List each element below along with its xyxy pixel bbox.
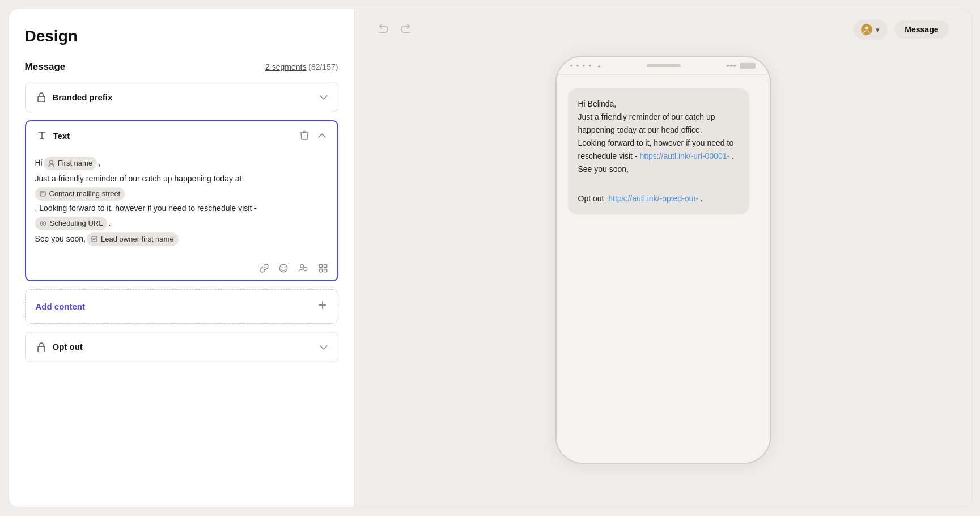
text-line-5: See you soon, Lead owner first name [35,232,328,246]
text-period: . [108,217,111,230]
svg-rect-11 [319,264,322,267]
sms-greeting: Hi Belinda, [578,98,739,111]
delete-button[interactable] [299,129,310,142]
text-line-3: Contact mailing street . Looking forward… [35,187,328,215]
phone-mockup: ● ● ● ● ▲ ▰▰▰ Hi Belinda, Just a friendl… [555,56,771,464]
text-block-actions [299,129,327,142]
persona-label: ▾ [876,26,880,34]
svg-point-9 [300,264,303,268]
segments-link[interactable]: 2 segments [265,62,306,71]
opt-out-header[interactable]: Opt out [26,332,338,362]
text-icon [36,130,48,141]
sms-spacer [578,176,739,183]
redo-button[interactable] [399,23,411,37]
text-block-card: Text Hi [25,120,338,281]
insert-emoji-button[interactable] [278,263,289,273]
branded-prefix-header[interactable]: Branded prefix [26,82,338,112]
opt-out-header-left: Opt out [36,341,83,353]
text-block-label: Text [53,131,70,141]
status-dots: ● ● ● ● ▲ [570,63,602,69]
insert-link-button[interactable] [259,263,269,273]
svg-point-7 [282,267,283,268]
branded-prefix-label: Branded prefix [53,92,113,102]
branded-prefix-header-left: Branded prefix [36,91,113,103]
message-tab-button[interactable]: Message [894,20,948,39]
status-center-bar [647,64,681,67]
svg-rect-12 [324,264,326,267]
text-comma: , [98,157,100,170]
opt-out-label: Opt out [53,342,83,352]
opt-out-lock-icon [36,341,47,353]
add-icon [317,300,328,313]
insert-variable-button[interactable] [298,263,309,273]
battery-icon [740,63,756,69]
svg-rect-13 [319,269,322,272]
sms-line2: Looking forward to it, however if you ne… [578,137,739,163]
phone-content: Hi Belinda, Just a friendly reminder of … [557,75,770,463]
token-lead-owner[interactable]: Lead owner first name [87,232,179,246]
svg-point-3 [40,221,45,226]
add-content-card[interactable]: Add content [25,289,338,324]
svg-rect-2 [40,191,45,196]
insert-dynamic-button[interactable] [318,263,328,273]
token-contact-mailing[interactable]: Contact mailing street [35,187,125,201]
svg-rect-5 [92,236,97,242]
add-content-label: Add content [36,302,86,311]
persona-button[interactable]: ▾ [853,19,888,40]
text-hi: Hi [35,157,43,170]
svg-point-10 [303,267,307,270]
svg-rect-15 [38,346,45,352]
toolbar-right: ▾ Message [853,19,948,40]
text-line-4: Scheduling URL . [35,217,328,230]
text-block-header: Text [26,121,337,150]
status-right: ▰▰▰ [726,63,756,69]
segments-info: 2 segments (82/157) [265,62,338,71]
persona-icon [861,24,872,35]
collapse-button[interactable] [317,132,327,139]
token-first-name[interactable]: First name [44,157,97,170]
sms-line4: See you soon, [578,163,739,176]
svg-point-8 [284,267,285,268]
page-title: Design [25,27,338,45]
sms-opt-out-line: Opt out: https://autl.ink/-opted-out- . [578,192,739,205]
branded-prefix-card: Branded prefix [25,82,338,112]
svg-point-1 [49,160,53,164]
phone-status-bar: ● ● ● ● ▲ ▰▰▰ [557,57,770,75]
lock-icon [36,91,47,103]
sms-opt-out-end: . [701,194,703,203]
message-label: Message [25,61,66,73]
left-panel: Design Message 2 segments (82/157) Bra [9,9,355,507]
sms-opt-out-url[interactable]: https://autl.ink/-opted-out- [608,194,698,203]
branded-prefix-chevron [320,92,328,101]
svg-point-4 [42,222,44,224]
svg-point-16 [865,27,868,30]
token-scheduling-url[interactable]: Scheduling URL [35,217,108,230]
svg-rect-14 [324,269,326,272]
text-line-2: Just a friendly reminder of our catch up… [35,172,328,186]
svg-rect-0 [38,96,45,102]
opt-out-label-text: Opt out: [578,194,606,203]
right-panel: ▾ Message ● ● ● ● ▲ ▰▰▰ Hi Belinda [355,9,971,507]
text-editor[interactable]: Hi First name , Just a friendly reminder… [26,150,337,280]
segments-count: (82/157) [308,62,338,71]
sms-line1: Just a friendly reminder of our catch up… [578,111,739,137]
sms-url1[interactable]: https://autl.ink/-url-00001- [639,151,729,160]
text-reminder: Just a friendly reminder of our catch up… [35,172,242,186]
toolbar-nav [377,23,411,37]
sms-bubble: Hi Belinda, Just a friendly reminder of … [568,88,749,214]
opt-out-chevron [320,342,328,352]
text-block-header-left: Text [36,130,70,141]
text-seeyou: See you soon, [35,232,86,246]
undo-button[interactable] [377,23,390,37]
message-header: Message 2 segments (82/157) [25,61,338,73]
right-toolbar: ▾ Message [355,9,971,50]
opt-out-card: Opt out [25,332,338,362]
text-line-1: Hi First name , [35,157,328,170]
editor-toolbar [259,263,328,273]
text-forward: . Looking forward to it, however if you … [35,202,257,215]
